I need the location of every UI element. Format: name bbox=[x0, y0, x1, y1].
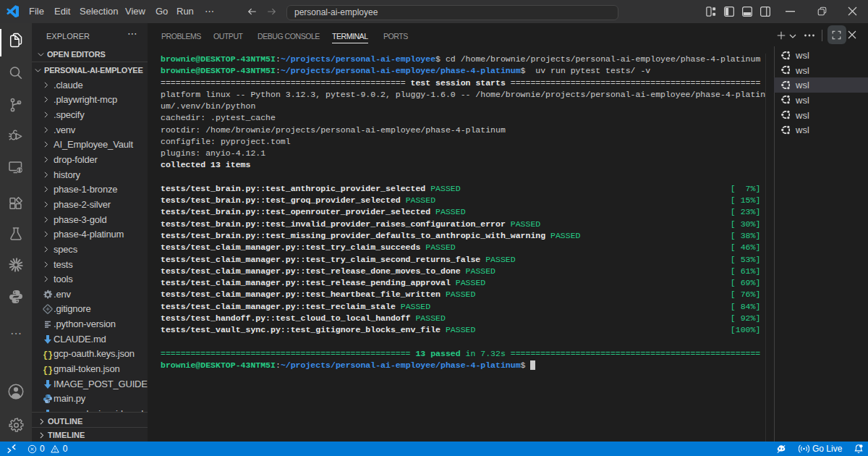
svg-text:{}: {} bbox=[43, 366, 53, 376]
svg-text:{}: {} bbox=[43, 350, 53, 360]
